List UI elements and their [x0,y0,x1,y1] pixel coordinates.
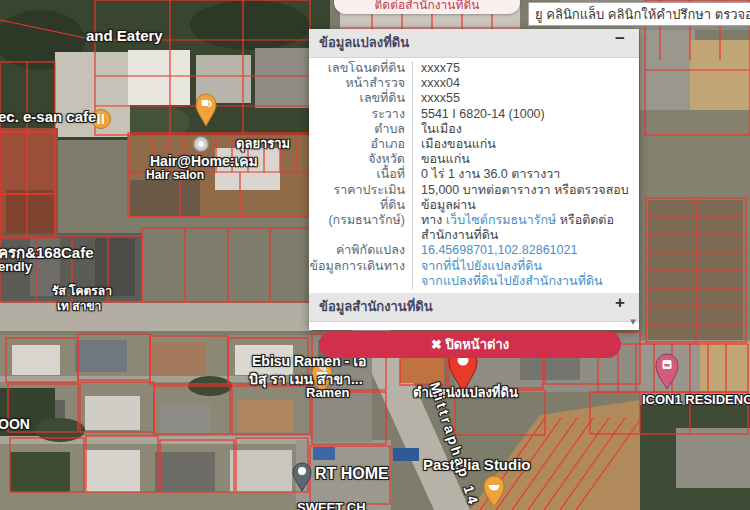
map-label: เท สาขา [57,296,101,315]
map-label: OON [0,416,30,432]
map-label: RT HOME [315,465,389,483]
table-row: อำเภอ เมืองขอนแก่น [309,137,629,152]
map-label: SWEET CH [297,500,366,510]
parcel-info-panel: ข้อมูลแปลงที่ดิน − เลขโฉนดที่ดิน xxxx75 … [309,29,639,330]
travel-row: ข้อมูลการเดินทาง จากที่นี่ไปยังแปลงที่ดิ… [309,259,629,289]
table-row: หน้าสำรวจ xxxx04 [309,76,629,91]
panel-scrollbar[interactable]: ▾ [628,315,638,328]
search-input[interactable] [528,2,750,26]
map-label: Pastelia Studio [423,456,531,473]
parcel-section-header[interactable]: ข้อมูลแปลงที่ดิน − [309,29,639,58]
close-icon: ✖ [431,337,442,352]
office-section-title: ข้อมูลสำนักงานที่ดิน [319,299,433,314]
price-row: ราคาประเมินที่ดิน (กรมธนารักษ์) 15,000 บ… [309,183,629,244]
table-row: เลขที่ดิน xxxx55 [309,91,629,106]
coordinates-link[interactable]: 16.45698701,102.82861021 [421,243,577,257]
coordinates-row: ค่าพิกัดแปลง 16.45698701,102.82861021 [309,243,629,258]
table-row: ระวาง 5541 I 6820-14 (1000) [309,107,629,122]
map-label: ICON1 RESIDENCE [642,392,750,407]
map-label: and Eatery [86,27,163,44]
collapse-icon[interactable]: − [615,29,625,49]
office-section-header[interactable]: ข้อมูลสำนักงานที่ดิน + [309,293,639,322]
table-row: เนื้อที่ 0 ไร่ 1 งาน 36.0 ตารางวา [309,167,629,182]
table-row: เลขโฉนดที่ดิน xxxx75 [309,61,629,76]
contact-land-office-button[interactable]: ติดต่อสำนักงานที่ดิน [334,0,520,14]
map-label: ec. e-san cafe [0,108,96,125]
table-row: จังหวัด ขอนแก่น [309,152,629,167]
route-to-parcel-link[interactable]: จากที่นี่ไปยังแปลงที่ดิน [421,259,542,273]
expand-icon[interactable]: + [615,293,625,313]
parcel-detail-table: เลขโฉนดที่ดิน xxxx75 หน้าสำรวจ xxxx04 เล… [309,58,639,289]
map-label: Hair salon [146,168,204,182]
map-label: Ramen [306,385,349,400]
route-to-office-link[interactable]: จากแปลงที่ดินไปยังสำนักงานที่ดิน [421,274,603,288]
table-row: ตำบล ในเมือง [309,122,629,137]
treasury-website-link[interactable]: เว็บไซต์กรมธนารักษ์ [446,213,556,227]
map-label: endly [0,259,32,274]
parcel-section-title: ข้อมูลแปลงที่ดิน [319,35,409,50]
close-window-button[interactable]: ✖ ปิดหน้าต่าง [319,331,621,358]
